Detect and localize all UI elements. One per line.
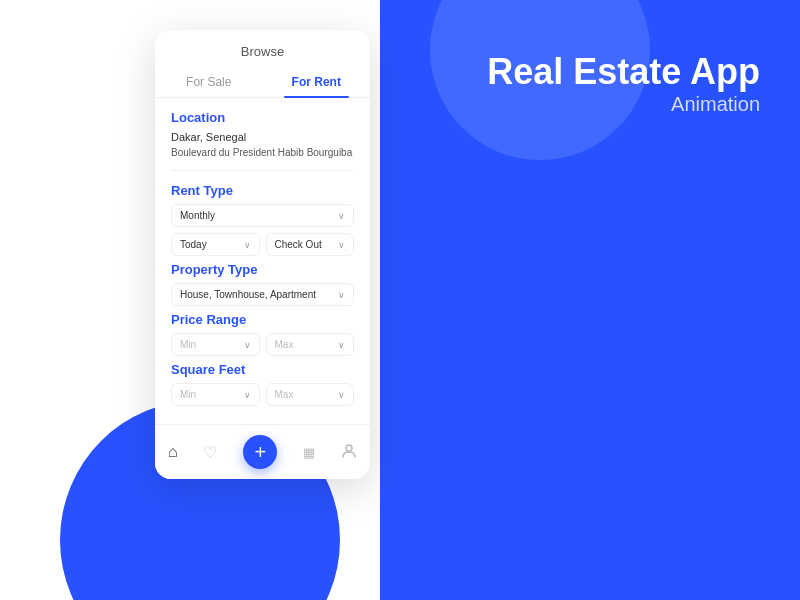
checkin-value: Today [180,239,207,250]
user-nav-icon[interactable] [341,443,357,462]
rent-type-dropdown[interactable]: Monthly ∨ [171,204,354,227]
checkout-value: Check Out [275,239,322,250]
checkout-dropdown[interactable]: Check Out ∨ [266,233,355,256]
price-max-dropdown[interactable]: Max ∨ [266,333,355,356]
price-max-value: Max [275,339,294,350]
rent-type-chevron-icon: ∨ [338,211,345,221]
sqft-max-chevron-icon: ∨ [338,390,345,400]
add-nav-button[interactable]: + [243,435,277,469]
app-title-line2: Animation [487,93,760,116]
rent-type-value: Monthly [180,210,215,221]
price-min-dropdown[interactable]: Min ∨ [171,333,260,356]
sqft-min-chevron-icon: ∨ [244,390,251,400]
sqft-max-dropdown[interactable]: Max ∨ [266,383,355,406]
sqft-min-dropdown[interactable]: Min ∨ [171,383,260,406]
rent-type-section-label: Rent Type [171,183,354,198]
bottom-nav: ⌂ ♡ + ▦ [155,424,370,479]
date-range-row: Today ∨ Check Out ∨ [171,233,354,256]
location-secondary: Boulevard du President Habib Bourguiba [171,147,354,171]
calendar-nav-icon[interactable]: ▦ [303,445,315,460]
price-range-row: Min ∨ Max ∨ [171,333,354,356]
add-icon: + [254,441,266,464]
app-title-line1: Real Estate App [487,51,760,92]
tab-for-rent[interactable]: For Rent [263,67,371,97]
price-min-value: Min [180,339,196,350]
checkin-dropdown[interactable]: Today ∨ [171,233,260,256]
tab-for-sale[interactable]: For Sale [155,67,263,97]
property-type-value: House, Townhouse, Apartment [180,289,316,300]
property-type-chevron-icon: ∨ [338,290,345,300]
right-panel-title: Real Estate App Animation [487,50,760,116]
sqft-min-value: Min [180,389,196,400]
phone-card: Browse For Sale For Rent Location Dakar,… [155,30,370,479]
square-feet-section-label: Square Feet [171,362,354,377]
browse-label: Browse [241,44,284,59]
tabs-container: For Sale For Rent [155,67,370,98]
home-nav-icon[interactable]: ⌂ [168,443,178,461]
location-primary: Dakar, Senegal [171,131,354,143]
checkout-chevron-icon: ∨ [338,240,345,250]
browse-header: Browse [155,30,370,59]
location-section-label: Location [171,110,354,125]
price-max-chevron-icon: ∨ [338,340,345,350]
property-type-dropdown[interactable]: House, Townhouse, Apartment ∨ [171,283,354,306]
price-min-chevron-icon: ∨ [244,340,251,350]
price-range-section-label: Price Range [171,312,354,327]
sqft-max-value: Max [275,389,294,400]
card-body: Location Dakar, Senegal Boulevard du Pre… [155,98,370,424]
svg-point-0 [346,445,352,451]
checkin-chevron-icon: ∨ [244,240,251,250]
property-type-section-label: Property Type [171,262,354,277]
sqft-range-row: Min ∨ Max ∨ [171,383,354,406]
heart-nav-icon[interactable]: ♡ [203,443,217,462]
